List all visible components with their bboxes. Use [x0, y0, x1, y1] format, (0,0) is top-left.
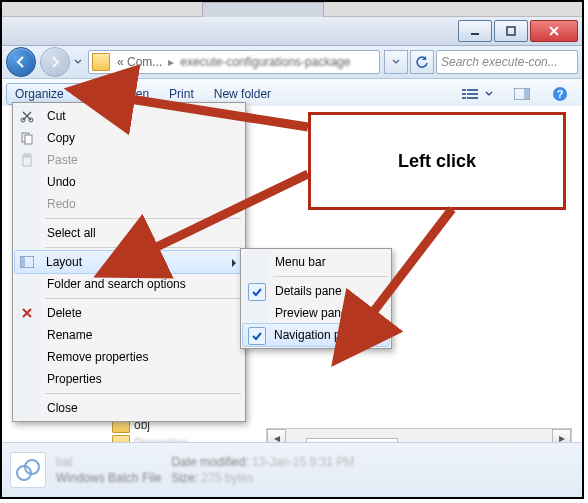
help-icon: ? [551, 85, 569, 103]
menu-item-properties[interactable]: Properties [15, 368, 243, 390]
submenu-arrow-icon [231, 257, 237, 271]
svg-rect-2 [101, 90, 113, 99]
svg-rect-10 [524, 89, 529, 99]
address-dropdown[interactable] [384, 50, 408, 74]
organize-menu: Cut Copy Paste Undo Redo Select all Layo… [12, 102, 246, 422]
svg-rect-20 [21, 257, 25, 267]
menu-item-label: Layout [46, 255, 82, 269]
svg-rect-0 [471, 33, 479, 35]
details-file-type: Windows Batch File [56, 471, 161, 485]
check-icon [248, 283, 266, 301]
menu-item-undo[interactable]: Undo [15, 171, 243, 193]
menu-item-cut[interactable]: Cut [15, 105, 243, 127]
menu-item-label: Redo [47, 197, 76, 211]
svg-rect-1 [507, 27, 515, 35]
svg-rect-18 [25, 154, 29, 157]
menu-item-copy[interactable]: Copy [15, 127, 243, 149]
background-tab [202, 2, 324, 18]
maximize-button[interactable] [494, 20, 528, 42]
history-dropdown[interactable] [72, 53, 84, 71]
menu-item-rename[interactable]: Rename [15, 324, 243, 346]
details-modified-value: 13-Jan-15 9:31 PM [252, 455, 354, 469]
details-size-value: 275 bytes [201, 471, 253, 485]
minimize-button[interactable] [458, 20, 492, 42]
menu-separator [273, 276, 387, 277]
details-size-label: Size: [171, 471, 198, 485]
copy-icon [19, 130, 35, 146]
menu-item-layout[interactable]: Layout [14, 250, 244, 274]
details-file-name: bat [56, 455, 161, 469]
help-button[interactable]: ? [542, 81, 578, 107]
svg-rect-6 [467, 93, 478, 95]
menu-item-redo: Redo [15, 193, 243, 215]
submenu-item-label: Menu bar [275, 255, 326, 269]
menu-item-select-all[interactable]: Select all [15, 222, 243, 244]
print-label: Print [169, 87, 194, 101]
menu-item-label: Copy [47, 131, 75, 145]
address-bar[interactable]: « Com... ▸ execute-configurations-packag… [88, 50, 380, 74]
cut-icon [19, 108, 35, 124]
menu-separator [45, 393, 241, 394]
menu-item-remove-properties[interactable]: Remove properties [15, 346, 243, 368]
preview-pane-icon [513, 85, 531, 103]
submenu-item-navigation-pane[interactable]: Navigation pane [242, 323, 390, 347]
menu-separator [45, 218, 241, 219]
organize-label: Organize [15, 87, 64, 101]
breadcrumb-1[interactable]: « Com... [113, 55, 166, 69]
chevron-down-icon [485, 87, 493, 101]
folder-icon [92, 53, 110, 71]
menu-separator [45, 247, 241, 248]
navigation-row: « Com... ▸ execute-configurations-packag… [2, 46, 582, 79]
layout-icon [19, 254, 35, 270]
svg-rect-5 [462, 93, 466, 95]
breadcrumb-2[interactable]: execute-configurations-package [176, 55, 354, 69]
back-button[interactable] [6, 47, 36, 77]
submenu-item-preview-pane[interactable]: Preview pane [243, 302, 389, 324]
minimize-icon [470, 26, 480, 36]
menu-item-label: Folder and search options [47, 277, 186, 291]
submenu-item-menu-bar[interactable]: Menu bar [243, 251, 389, 273]
view-icon [461, 85, 479, 103]
chevron-down-icon [392, 58, 400, 66]
chevron-down-icon [70, 87, 78, 101]
menu-item-label: Cut [47, 109, 66, 123]
view-options-button[interactable] [452, 81, 502, 107]
menu-item-label: Remove properties [47, 350, 148, 364]
submenu-item-label: Navigation pane [274, 328, 361, 342]
new-folder-label: New folder [214, 87, 271, 101]
refresh-button[interactable] [410, 50, 434, 74]
svg-text:?: ? [557, 88, 564, 100]
close-button[interactable] [530, 20, 578, 42]
maximize-icon [506, 26, 516, 36]
forward-button[interactable] [40, 47, 70, 77]
preview-pane-toggle[interactable] [504, 81, 540, 107]
menu-item-label: Undo [47, 175, 76, 189]
explorer-window: « Com... ▸ execute-configurations-packag… [0, 0, 584, 499]
title-bar [2, 17, 582, 46]
svg-rect-3 [462, 89, 466, 91]
obscured-window-strip [2, 2, 582, 17]
submenu-item-label: Details pane [275, 284, 342, 298]
chevron-right-icon: ▸ [166, 55, 176, 69]
submenu-item-details-pane[interactable]: Details pane [243, 280, 389, 302]
file-type-icon [10, 452, 46, 488]
svg-rect-8 [467, 97, 478, 99]
close-icon [549, 26, 559, 36]
search-input[interactable]: Search execute-con... [436, 50, 578, 74]
open-label: Open [120, 87, 149, 101]
menu-item-label: Select all [47, 226, 96, 240]
menu-item-folder-options[interactable]: Folder and search options [15, 273, 243, 295]
refresh-icon [415, 55, 429, 69]
menu-item-label: Rename [47, 328, 92, 342]
forward-arrow-icon [48, 55, 62, 69]
menu-item-close[interactable]: Close [15, 397, 243, 419]
check-icon [248, 327, 266, 345]
svg-rect-16 [25, 135, 32, 144]
menu-item-delete[interactable]: Delete [15, 302, 243, 324]
details-pane: bat Windows Batch File Date modified: 13… [2, 442, 582, 497]
annotation-callout: Left click [308, 112, 566, 210]
svg-rect-4 [467, 89, 478, 91]
search-placeholder: Search execute-con... [437, 55, 562, 69]
menu-item-label: Properties [47, 372, 102, 386]
menu-item-label: Paste [47, 153, 78, 167]
